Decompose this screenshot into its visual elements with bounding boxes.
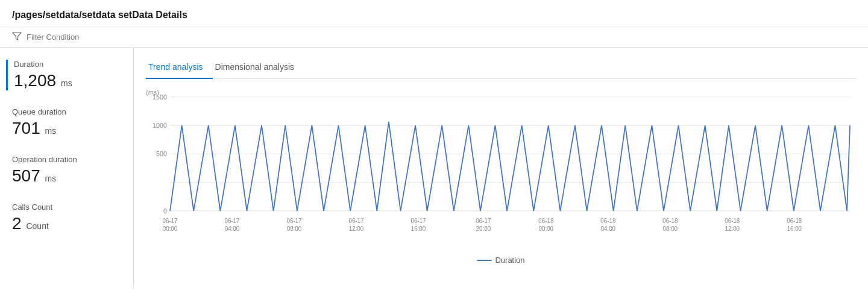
metric-value-1: 701 ms xyxy=(12,119,121,138)
legend-label: Duration xyxy=(495,256,524,265)
svg-text:12:00: 12:00 xyxy=(349,225,364,231)
left-panel: Duration1,208 msQueue duration701 msOper… xyxy=(0,48,134,289)
svg-text:20:00: 20:00 xyxy=(476,225,491,231)
metric-block-3: Calls Count2 Count xyxy=(12,203,121,233)
metric-value-2: 507 ms xyxy=(12,166,121,186)
svg-text:06-18: 06-18 xyxy=(662,218,678,224)
metric-block-0: Duration1,208 ms xyxy=(6,60,121,90)
svg-text:06-18: 06-18 xyxy=(600,218,615,224)
svg-text:06-18: 06-18 xyxy=(725,218,740,224)
metric-block-1: Queue duration701 ms xyxy=(12,107,121,138)
tabs: Trend analysisDimensional analysis xyxy=(146,57,856,79)
filter-bar xyxy=(0,27,868,48)
chart-legend: Duration xyxy=(477,256,524,265)
svg-text:08:00: 08:00 xyxy=(287,225,302,231)
svg-text:16:00: 16:00 xyxy=(411,225,426,231)
metric-unit-1: ms xyxy=(43,126,57,136)
svg-text:0: 0 xyxy=(163,207,167,215)
metric-value-3: 2 Count xyxy=(12,214,121,233)
metric-label-1: Queue duration xyxy=(12,107,121,116)
svg-text:06-17: 06-17 xyxy=(348,218,363,224)
tab-1[interactable]: Dimensional analysis xyxy=(213,57,304,79)
svg-text:1000: 1000 xyxy=(153,122,167,129)
svg-text:06-17: 06-17 xyxy=(410,218,426,224)
page-title: /pages/setdata/setdata setData Details xyxy=(0,0,868,27)
svg-text:04:00: 04:00 xyxy=(225,225,240,231)
metric-label-0: Duration xyxy=(14,60,121,69)
svg-text:06-17: 06-17 xyxy=(476,218,491,224)
svg-text:06-17: 06-17 xyxy=(286,218,301,224)
svg-text:00:00: 00:00 xyxy=(539,225,554,231)
svg-text:08:00: 08:00 xyxy=(663,225,678,231)
svg-text:06-17: 06-17 xyxy=(224,218,239,224)
metric-unit-0: ms xyxy=(58,78,72,88)
main-content: Duration1,208 msQueue duration701 msOper… xyxy=(0,48,868,289)
metric-unit-3: Count xyxy=(24,221,49,231)
metric-label-2: Operation duration xyxy=(12,155,121,164)
metric-unit-2: ms xyxy=(43,174,57,183)
filter-icon xyxy=(12,32,22,42)
svg-text:500: 500 xyxy=(156,150,167,157)
tab-0[interactable]: Trend analysis xyxy=(146,57,213,79)
svg-text:00:00: 00:00 xyxy=(163,225,178,231)
chart-svg: 1500 1000 500 0 06-17 00:00 06-17 04:00 … xyxy=(170,97,850,239)
svg-text:06-18: 06-18 xyxy=(538,218,553,224)
metric-value-0: 1,208 ms xyxy=(14,71,121,90)
filter-input[interactable] xyxy=(27,33,856,42)
svg-text:06-18: 06-18 xyxy=(787,218,802,224)
svg-text:12:00: 12:00 xyxy=(725,225,740,231)
chart-container: (ms) 1500 1000 500 0 xyxy=(146,89,856,269)
svg-text:16:00: 16:00 xyxy=(787,225,802,231)
right-panel: Trend analysisDimensional analysis (ms) … xyxy=(134,48,868,289)
chart-area: 1500 1000 500 0 06-17 00:00 06-17 04:00 … xyxy=(170,97,850,239)
metric-block-2: Operation duration507 ms xyxy=(12,155,121,186)
svg-text:06-17: 06-17 xyxy=(162,218,177,224)
svg-text:1500: 1500 xyxy=(153,93,167,101)
svg-text:04:00: 04:00 xyxy=(601,225,616,231)
legend-line-icon xyxy=(477,260,491,261)
metric-label-3: Calls Count xyxy=(12,203,121,212)
